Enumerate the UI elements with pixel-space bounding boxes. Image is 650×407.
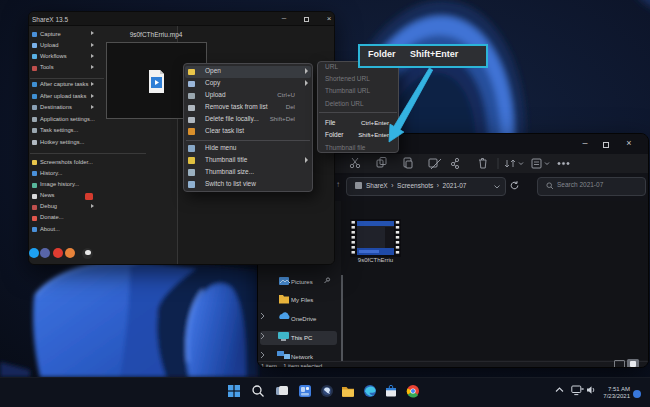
svg-text:Network: Network <box>291 354 314 360</box>
svg-text:This PC: This PC <box>291 335 313 341</box>
svg-text:My Files: My Files <box>291 297 313 303</box>
svg-text:Pictures: Pictures <box>291 279 313 285</box>
svg-text:OneDrive: OneDrive <box>291 316 317 322</box>
